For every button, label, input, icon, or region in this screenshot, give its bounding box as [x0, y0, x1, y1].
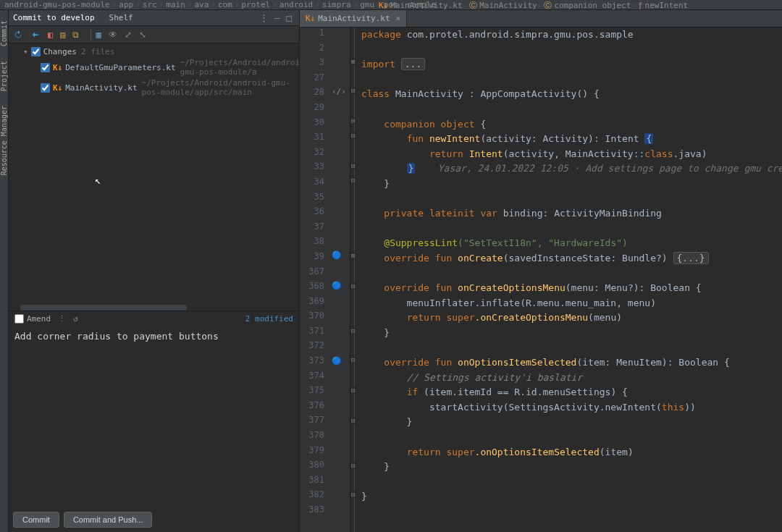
file-name: DefaultGmuParameters.kt	[65, 63, 175, 72]
commit-tabs: Commit to develop Shelf ⋮ — □	[9, 10, 299, 26]
fold-gutter: ⊞ ⊟ ⊟ ⊟ ⊟ ⊟ ⊞ ⊟ ⊟ ⊟ ⊟ ⊟ ⊟ ⊟	[350, 28, 358, 532]
refresh-icon[interactable]	[13, 30, 23, 40]
commit-and-push-button[interactable]: Commit and Push...	[64, 512, 153, 528]
more-icon[interactable]: ⋮	[58, 314, 66, 324]
commit-button[interactable]: Commit	[13, 512, 59, 528]
line-gutter: 1232728293031323334353637383936736836937…	[300, 28, 329, 532]
changes-node[interactable]: ▾ Changes 2 files	[9, 46, 299, 57]
editor-body[interactable]: 1232728293031323334353637383936736836937…	[300, 28, 782, 532]
kotlin-file-icon: K↓	[306, 14, 315, 23]
file-row[interactable]: K↓ MainActivity.kt ~/Projects/Android/an…	[9, 77, 299, 98]
more-icon[interactable]: ⋮	[259, 12, 269, 23]
file-checkbox[interactable]	[41, 83, 50, 93]
changes-checkbox[interactable]	[31, 47, 41, 56]
fold-toggle[interactable]: ⊟	[351, 356, 355, 363]
tool-resource-manager[interactable]: Resource Manager	[0, 106, 8, 175]
commit-buttons: Commit Commit and Push...	[9, 507, 299, 532]
editor-tab[interactable]: K↓ MainActivity.kt ×	[300, 10, 407, 27]
expand-icon[interactable]: ⤢	[125, 30, 132, 40]
changes-count: 2 files	[81, 47, 114, 56]
editor-tabs: K↓ MainActivity.kt ×	[300, 10, 782, 28]
fold-toggle[interactable]: ⊟	[351, 162, 355, 169]
structure-breadcrumb: K↓MainActivity.kt › ⒸMainActivity › Ⓒcom…	[377, 0, 688, 10]
changes-label: Changes	[43, 47, 77, 56]
minimize-icon[interactable]: —	[274, 12, 280, 23]
fold-toggle[interactable]: ⊟	[351, 417, 355, 424]
override-icon[interactable]: 🔵	[332, 281, 342, 290]
group-icon[interactable]: ▦	[96, 30, 101, 40]
diff-icon[interactable]: ◧	[48, 30, 53, 40]
shelve-icon[interactable]: ⧉	[72, 30, 79, 40]
tool-window-strip: Commit Project Resource Manager	[0, 10, 9, 532]
history-icon[interactable]: ↺	[73, 314, 78, 324]
fold-toggle[interactable]: ⊟	[351, 87, 355, 94]
fold-toggle[interactable]: ⊟	[351, 462, 355, 469]
tool-commit[interactable]: Commit	[0, 20, 8, 46]
commit-message-input[interactable]: Add corner radius to payment buttons	[9, 326, 299, 507]
editor-tab-label: MainActivity.kt	[318, 14, 390, 23]
editor: K↓ MainActivity.kt × 1232728293031323334…	[300, 10, 782, 532]
rollback-icon[interactable]	[30, 30, 41, 40]
fold-toggle[interactable]: ⊟	[351, 282, 355, 290]
implements-icon[interactable]: ‹/›	[332, 87, 346, 96]
amend-checkbox[interactable]: Amend	[14, 314, 51, 324]
changelist-icon[interactable]: ▤	[60, 30, 65, 40]
collapse-icon[interactable]: ⤡	[139, 30, 146, 40]
override-icon[interactable]: 🔵	[332, 250, 342, 260]
fold-toggle[interactable]: ⊞	[351, 252, 355, 259]
commit-options: Amend ⋮ ↺ 2 modified	[9, 311, 299, 326]
chevron-down-icon[interactable]: ▾	[23, 47, 28, 56]
fold-toggle[interactable]: ⊟	[351, 327, 355, 334]
fold-toggle[interactable]: ⊟	[351, 177, 355, 184]
file-name: MainActivity.kt	[65, 83, 137, 93]
fold-toggle[interactable]: ⊟	[351, 117, 355, 124]
file-row[interactable]: K↓ DefaultGmuParameters.kt ~/Projects/An…	[9, 57, 299, 77]
tool-project[interactable]: Project	[0, 61, 8, 91]
override-icon[interactable]: 🔵	[332, 356, 342, 366]
show-icon[interactable]: 👁	[109, 30, 117, 40]
commit-panel: Commit to develop Shelf ⋮ — □ ◧ ▤ ⧉ ▦ 👁 …	[9, 10, 300, 532]
file-path: ~/Projects/Android/android-gmu-pos-modul…	[180, 58, 299, 77]
icon-gutter: ‹/› 🔵 🔵 🔵	[329, 28, 350, 532]
tab-shelf[interactable]: Shelf	[109, 13, 133, 22]
file-path: ~/Projects/Android/android-gmu-pos-modul…	[142, 78, 299, 97]
changes-tree[interactable]: ▾ Changes 2 files K↓ DefaultGmuParameter…	[9, 43, 299, 311]
fold-toggle[interactable]: ⊟	[351, 132, 355, 139]
fold-toggle[interactable]: ⊟	[351, 387, 355, 394]
file-checkbox[interactable]	[41, 63, 50, 72]
tab-commit[interactable]: Commit to develop	[13, 13, 95, 22]
hide-icon[interactable]: □	[286, 12, 292, 23]
horizontal-scrollbar[interactable]	[20, 305, 187, 311]
modified-count: 2 modified	[245, 314, 293, 324]
code-area[interactable]: package com.protel.android.simpra.gmu.po…	[358, 28, 782, 532]
kotlin-file-icon: K↓	[53, 83, 62, 93]
fold-toggle[interactable]: ⊞	[351, 58, 355, 65]
commit-toolbar: ◧ ▤ ⧉ ▦ 👁 ⤢ ⤡	[9, 26, 299, 43]
kotlin-file-icon: K↓	[53, 63, 62, 72]
close-icon[interactable]: ×	[396, 14, 401, 23]
fold-toggle[interactable]: ⊟	[351, 491, 355, 498]
